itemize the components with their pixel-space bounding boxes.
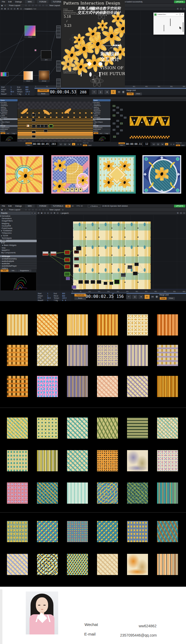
transport-small[interactable]: ▸ <box>72 143 75 146</box>
node[interactable] <box>65 250 70 254</box>
tiny-node[interactable] <box>116 120 119 122</box>
once-button[interactable]: Once <box>167 297 175 300</box>
timecode-mode-button[interactable]: TimeCode <box>74 294 86 297</box>
toolbar-icon-2[interactable]: ◃ <box>44 212 46 214</box>
toolbar-icon-0[interactable]: ▾ <box>37 212 40 214</box>
menu-edit[interactable]: Edit <box>8 204 15 208</box>
new-layout-add-button[interactable]: + <box>62 208 64 211</box>
small-node[interactable] <box>32 119 36 121</box>
play-button[interactable]: ▸ <box>111 90 116 94</box>
toolbar-icon-1[interactable]: ■ <box>40 212 43 214</box>
node[interactable] <box>76 246 81 250</box>
node[interactable] <box>65 272 70 276</box>
tab-suggestions[interactable]: Sugg <box>104 132 110 134</box>
layout-preset-icon[interactable] <box>28 4 31 7</box>
layout-preset-icon[interactable] <box>42 4 45 7</box>
small-node[interactable] <box>40 125 44 127</box>
node[interactable] <box>35 49 36 51</box>
node[interactable] <box>66 277 70 280</box>
small-node[interactable] <box>32 125 36 127</box>
node[interactable] <box>97 280 101 284</box>
small-node[interactable] <box>32 130 36 133</box>
timecode-mode-small[interactable]: TimeCode <box>26 142 32 144</box>
window-scrollbar[interactable] <box>183 22 183 32</box>
tiny-node[interactable] <box>116 126 119 128</box>
tiny-node[interactable] <box>120 115 123 116</box>
tab-wiki[interactable]: WIKI <box>24 0 35 3</box>
tab-info[interactable]: Info <box>99 132 103 134</box>
layout-preset-icon[interactable] <box>35 4 38 7</box>
step-back-button[interactable]: ◂ <box>104 90 110 94</box>
node[interactable] <box>84 280 89 284</box>
layout-preset-icon[interactable] <box>45 208 48 211</box>
menu-edit[interactable]: Edit <box>8 0 15 4</box>
minus-small[interactable]: − <box>170 143 172 145</box>
pane-split-icon[interactable]: ▣ <box>1 208 3 211</box>
palette-item-▸ tdableton[interactable]: ▸ TDAbleton <box>0 230 37 232</box>
layout-preset-icon[interactable] <box>24 4 27 7</box>
update-button[interactable]: UPDATE <box>174 205 185 207</box>
loop-small[interactable]: Loop <box>83 145 87 146</box>
frame-increment-button[interactable]: + <box>155 295 158 298</box>
menu-dialogs[interactable]: Dialogs <box>15 0 22 4</box>
minus-small[interactable]: − <box>77 143 79 145</box>
component-item-3dscope[interactable]: ▫ 3DScope <box>0 255 37 258</box>
maximize-icon[interactable]: ▢ <box>179 13 181 15</box>
node[interactable] <box>128 265 132 269</box>
corner-control-1[interactable]: ▢ <box>180 212 182 214</box>
tiny-node[interactable] <box>124 117 126 119</box>
palette-item-▾ derivative[interactable]: ▾ Derivative <box>0 215 37 218</box>
tiny-node[interactable] <box>116 133 119 134</box>
once-small[interactable]: Once <box>88 145 92 146</box>
toolbar-icon-6[interactable]: ⌂ <box>56 212 59 214</box>
beats-mode-button[interactable]: Beats <box>37 93 49 95</box>
tab-forum[interactable]: FORUM <box>37 0 49 3</box>
layout-preset-icon[interactable] <box>38 208 41 211</box>
tab-suggestions[interactable]: Suggestions <box>18 269 31 272</box>
toolbar-icon-5[interactable]: ★ <box>53 212 56 214</box>
toolbar-icon-4[interactable]: + <box>13 7 16 10</box>
toolbar-icon-2[interactable]: ◃ <box>7 7 10 10</box>
tiny-node[interactable] <box>113 123 115 124</box>
corner-control-0[interactable]: 0 <box>176 212 179 214</box>
node[interactable] <box>91 280 95 284</box>
palette-item-pointclouds[interactable]: PointClouds <box>0 228 37 230</box>
palette-item-tdsynchro[interactable]: TDSynchro <box>0 232 37 235</box>
palette-item-oculusrift[interactable]: OculusRift <box>0 225 37 228</box>
small-node[interactable] <box>27 125 29 127</box>
once-button[interactable]: Once <box>134 93 142 95</box>
component-item-arcballgeometry[interactable]: ▫ arcBallGeometry <box>0 258 37 260</box>
transport-small[interactable]: « <box>152 143 156 146</box>
beats-mode-small[interactable]: Beats <box>119 144 125 146</box>
tiny-node[interactable] <box>120 109 123 111</box>
node[interactable] <box>1 72 9 76</box>
palette-item-imagefilters[interactable]: ImageFilters <box>0 220 37 223</box>
node[interactable] <box>121 273 126 277</box>
tab-icon[interactable]: Icon <box>1 269 9 272</box>
menu-dialogs[interactable]: Dialogs <box>15 204 22 208</box>
plus-small[interactable]: + <box>173 143 175 145</box>
loop-button[interactable]: Loop <box>160 297 167 300</box>
palette-item-▸ basic widgets[interactable]: ▸ Basic Widgets <box>0 245 37 247</box>
palette-header-small[interactable]: Palette <box>93 99 111 101</box>
jump-start-button[interactable]: « <box>91 90 97 94</box>
toolbar-icon-5[interactable]: ★ <box>16 7 19 10</box>
jump-start-button[interactable]: « <box>126 294 132 299</box>
node-0.07[interactable]: 0.07 <box>74 257 79 260</box>
component-item-automediaplayer[interactable]: ▫ autoMediaPlayer <box>0 265 37 267</box>
transport-small[interactable]: ◂ <box>67 143 71 146</box>
small-node[interactable] <box>32 135 36 138</box>
palette-item-my components[interactable]: My Components <box>0 252 37 254</box>
timecode-mode-small[interactable]: TimeCode <box>119 142 125 144</box>
small-node[interactable] <box>37 125 40 127</box>
node[interactable] <box>72 285 76 289</box>
component-item-battery[interactable]: ▫ battery <box>0 267 37 269</box>
palette-item-▾ ui[interactable]: ▾ UI <box>0 242 37 245</box>
timeline-ruler[interactable]: 151101151201251301351401451501551600 <box>71 290 186 293</box>
loop-small[interactable]: Loop <box>176 145 180 146</box>
pause-button[interactable]: || <box>132 294 138 299</box>
tab-tutorials[interactable]: TUTORIALS <box>50 204 65 208</box>
timecode-mode-button[interactable]: TimeCode <box>37 89 49 92</box>
node-phong1[interactable]: phong1 <box>39 71 49 80</box>
toolbar-icon-0[interactable]: ▾ <box>1 7 3 10</box>
